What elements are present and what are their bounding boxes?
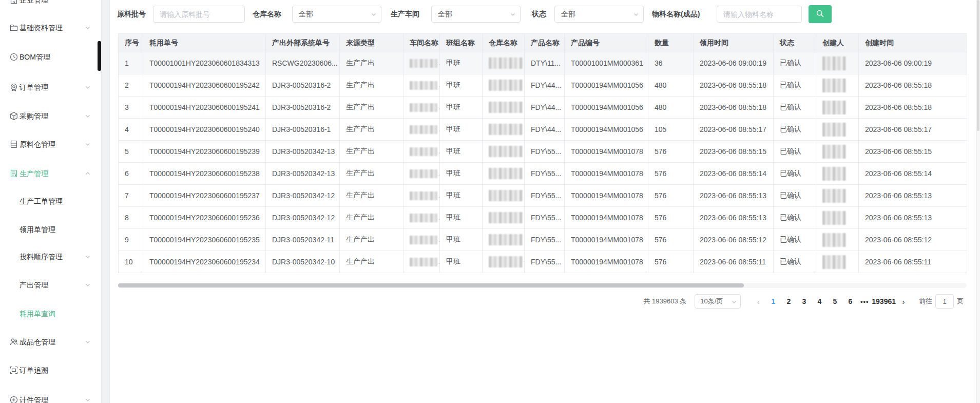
sidebar-item-production[interactable]: 生产管理 — [0, 163, 101, 184]
sidebar-item-work-order[interactable]: 生产工单管理 — [0, 191, 101, 212]
sidebar-item-label: 采购管理 — [20, 106, 48, 126]
cell-create_time: 2023-06-06 08:55:15 — [859, 141, 967, 163]
warehouse-select[interactable]: 全部 — [292, 6, 381, 23]
sidebar-item-enterprise[interactable]: 企业管理 — [0, 0, 101, 10]
sidebar-item-requisition[interactable]: 领用单管理 — [0, 219, 101, 240]
cell-status: 已确认 — [774, 207, 816, 229]
sidebar-item-order[interactable]: 订单管理 — [0, 77, 101, 98]
goto-page-input[interactable] — [935, 294, 954, 309]
cell-consume_no: T00000194HY2023060600195240 — [143, 119, 266, 141]
filter-label-material: 物料名称(成品) — [652, 6, 700, 23]
raw_batch-input-field[interactable] — [153, 6, 244, 22]
table-row[interactable]: 9T00000194HY2023060600195235DJR3-0052034… — [119, 229, 967, 251]
more-pages-button[interactable]: ••• — [858, 298, 871, 305]
table-row[interactable]: 1T00001001HY2023060601834313RSCWG2023060… — [119, 52, 967, 74]
cell-workshop: ... — [403, 52, 440, 74]
sidebar-item-output[interactable]: 产出管理 — [0, 275, 101, 295]
raw_batch-input[interactable] — [153, 6, 245, 23]
cell-product_code: T00000194MM001078 — [565, 251, 648, 273]
table-row[interactable]: 2T00000194HY2023060600195242DJR3-0052031… — [119, 74, 967, 97]
cell-product_code: T00000194MM001078 — [565, 229, 648, 251]
sidebar-item-consumption-query[interactable]: 耗用单查询 — [0, 303, 101, 324]
sidebar-scrollbar-thumb[interactable] — [98, 41, 101, 71]
horizontal-scrollbar-track[interactable] — [118, 283, 967, 288]
workshop-select[interactable]: 全部 — [431, 6, 521, 23]
cell-consume_no: T00000194HY2023060600195235 — [143, 229, 266, 251]
cell-creator — [816, 119, 859, 141]
last-page-button[interactable]: 193961 — [871, 297, 896, 305]
filter-label-raw_batch: 原料批号 — [117, 6, 146, 23]
sidebar-item-bom[interactable]: BOM管理 — [0, 47, 101, 67]
page-number-6[interactable]: 6 — [842, 297, 858, 305]
circle-icon — [9, 395, 18, 403]
column-header-consume_no: 耗用单号 — [143, 34, 266, 52]
chevron-down-icon — [85, 141, 91, 147]
sidebar-item-label: 投料顺序管理 — [20, 246, 63, 267]
table-row[interactable]: 8T00000194HY2023060600195236DJR3-0052034… — [119, 207, 967, 229]
cell-seq: 1 — [119, 52, 143, 74]
page-number-5[interactable]: 5 — [827, 297, 842, 305]
censored-creator-blob — [822, 145, 846, 159]
table-row[interactable]: 3T00000194HY2023060600195241DJR3-0052031… — [119, 97, 967, 119]
censored-workshop-blob — [410, 81, 437, 90]
cell-warehouse — [483, 52, 525, 74]
censored-warehouse-blob — [489, 124, 523, 135]
sidebar-item-piecework[interactable]: 计件管理 — [0, 390, 101, 403]
page-number-1[interactable]: 1 — [765, 297, 781, 305]
cell-create_time: 2023-06-06 08:55:12 — [859, 229, 967, 251]
filter-label-status: 状态 — [532, 6, 546, 23]
cell-qty: 576 — [648, 229, 694, 251]
page-scrollbar-thumb[interactable] — [977, 0, 979, 131]
page-number-2[interactable]: 2 — [781, 297, 796, 305]
cell-status: 已确认 — [774, 251, 816, 273]
search-button[interactable] — [809, 5, 832, 23]
material-input[interactable] — [717, 6, 802, 23]
cell-create_time: 2023-06-06 08:55:11 — [859, 251, 967, 273]
table-row[interactable]: 4T00000194HY2023060600195240DJR3-0052031… — [119, 119, 967, 141]
sidebar-item-basic-data[interactable]: 基础资料管理 — [0, 17, 101, 38]
goto-suffix: 页 — [957, 297, 964, 306]
page-size-select[interactable]: 10条/页 — [695, 294, 741, 309]
table-row[interactable]: 7T00000194HY2023060600195237DJR3-0052034… — [119, 185, 967, 207]
sidebar-item-finished-warehouse[interactable]: 成品仓管理 — [0, 332, 101, 352]
cell-qty: 576 — [648, 251, 694, 273]
cell-product_code: T00000194MM001078 — [565, 207, 648, 229]
status-select[interactable]: 全部 — [554, 6, 644, 23]
sidebar-item-label: BOM管理 — [20, 47, 50, 67]
next-page-button[interactable]: › — [896, 297, 911, 306]
cell-seq: 7 — [119, 185, 143, 207]
cell-seq: 5 — [119, 141, 143, 163]
cell-creator — [816, 141, 859, 163]
cell-ext_no: DJR3-00520316-2 — [266, 97, 340, 119]
sidebar-item-order-trace[interactable]: 订单追溯 — [0, 360, 101, 380]
cell-ext_no: DJR3-00520342-11 — [266, 229, 340, 251]
sidebar-item-purchase[interactable]: 采购管理 — [0, 106, 101, 126]
cell-workshop: .. — [403, 163, 440, 185]
table-row[interactable]: 5T00000194HY2023060600195239DJR3-0052034… — [119, 141, 967, 163]
page-scrollbar-track[interactable] — [976, 0, 980, 403]
cell-product_code: T00001001MM000361 — [565, 52, 648, 74]
cell-seq: 10 — [119, 251, 143, 273]
cell-create_time: 2023-06-06 08:55:13 — [859, 185, 967, 207]
sidebar-item-raw-warehouse[interactable]: 原料仓管理 — [0, 134, 101, 155]
cell-seq: 8 — [119, 207, 143, 229]
horizontal-scrollbar-thumb[interactable] — [118, 283, 744, 287]
cell-status: 已确认 — [774, 97, 816, 119]
table-row[interactable]: 10T00000194HY2023060600195234DJR3-005203… — [119, 251, 967, 273]
censored-workshop-blob — [410, 103, 437, 112]
page-number-4[interactable]: 4 — [812, 297, 827, 305]
cell-warehouse: . — [483, 229, 525, 251]
cell-workshop: .. — [403, 207, 440, 229]
cell-creator — [816, 251, 859, 273]
table-row[interactable]: 6T00000194HY2023060600195238DJR3-0052034… — [119, 163, 967, 185]
prev-page-button[interactable]: ‹ — [751, 297, 765, 306]
filter-label-warehouse: 仓库名称 — [253, 6, 281, 23]
sidebar-item-feeding-sequence[interactable]: 投料顺序管理 — [0, 246, 101, 267]
material-input-field[interactable] — [717, 6, 801, 22]
sidebar-item-label: 订单管理 — [20, 77, 48, 98]
censored-creator-blob — [822, 211, 846, 225]
censored-workshop-blob — [410, 191, 437, 200]
page-number-3[interactable]: 3 — [796, 297, 812, 305]
page-number-list: 123456 — [765, 297, 858, 305]
warehouse-select-value: 全部 — [299, 10, 313, 18]
